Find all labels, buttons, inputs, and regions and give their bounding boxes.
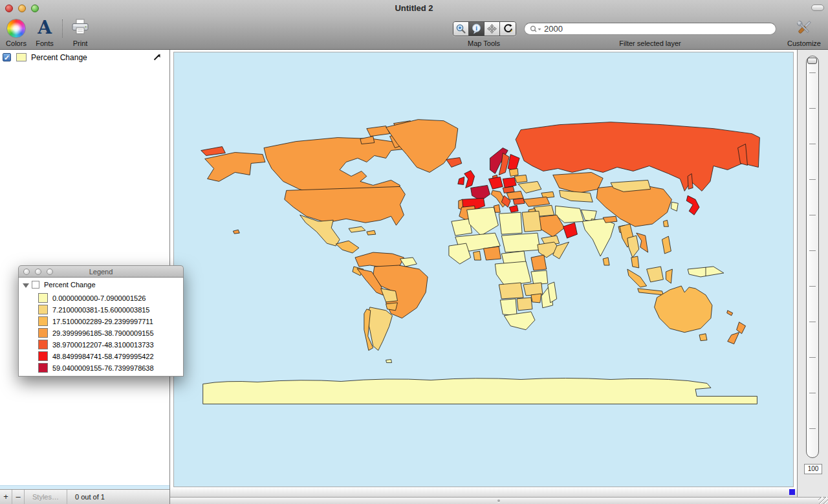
map-tools-segmented-control: i <box>453 21 516 36</box>
legend-titlebar[interactable]: Legend <box>18 265 184 278</box>
horizontal-scrollbar[interactable] <box>170 487 797 497</box>
countries[interactable] <box>201 120 760 404</box>
toolbar-separator <box>62 19 63 38</box>
layer-visibility-checkbox[interactable]: ✓ <box>3 53 11 61</box>
splitter-handle-dot[interactable] <box>497 499 500 502</box>
window-header: Untitled 2 Colors A Fonts Print <box>0 0 828 50</box>
search-icon[interactable] <box>530 25 543 34</box>
svg-text:i: i <box>475 25 477 32</box>
legend-range: 29.3999996185-38.7900009155 <box>52 329 154 337</box>
filter-label: Filter selected layer <box>585 39 715 47</box>
legend-swatch <box>38 363 48 373</box>
toolbar-toggle-pill[interactable] <box>811 5 824 11</box>
legend-range: 17.5100002289-29.2399997711 <box>52 318 153 325</box>
map-canvas[interactable] <box>173 52 794 487</box>
customize-tools-icon[interactable] <box>794 17 814 41</box>
scroll-corner-indicator <box>789 489 795 495</box>
legend-window[interactable]: Legend Percent Change 0.0000000000-7.090… <box>18 265 184 377</box>
legend-body: Percent Change 0.0000000000-7.0900001526… <box>18 278 184 377</box>
legend-layer-checkbox[interactable] <box>32 281 39 289</box>
zoom-slider[interactable] <box>806 56 819 458</box>
layer-row-percent-change[interactable]: ✓ Percent Change <box>0 52 169 65</box>
selection-status: 0 out of 1 <box>67 493 105 501</box>
legend-swatch <box>38 351 48 361</box>
zoom-percent-field[interactable]: 100 <box>804 464 822 474</box>
zoom-slider-thumb[interactable] <box>807 58 817 64</box>
disclosure-triangle-icon[interactable] <box>23 283 29 288</box>
zoom-to-layer-icon[interactable] <box>153 52 162 61</box>
colors-button-label[interactable]: Colors <box>0 39 32 47</box>
zoom-slider-panel: 100 <box>798 50 828 497</box>
fonts-button-label[interactable]: Fonts <box>28 39 61 47</box>
legend-swatch <box>38 340 48 349</box>
zoom-tool-button[interactable] <box>453 22 469 36</box>
add-layer-button[interactable]: + <box>0 490 12 504</box>
legend-layer-name: Percent Change <box>44 281 96 289</box>
window-resize-grip[interactable] <box>818 497 828 504</box>
legend-swatch <box>38 305 48 314</box>
map-tools-label: Map Tools <box>453 39 515 47</box>
bottom-strip <box>170 497 828 504</box>
map-pane <box>170 50 798 497</box>
legend-swatch <box>38 328 48 338</box>
legend-window-title: Legend <box>19 268 183 276</box>
app-window: Untitled 2 Colors A Fonts Print <box>0 0 828 504</box>
printer-icon[interactable] <box>71 19 90 39</box>
styles-button[interactable]: Styles… <box>25 490 67 504</box>
layer-color-swatch <box>16 53 27 61</box>
legend-range: 7.2100000381-15.6000003815 <box>52 306 149 314</box>
titlebar[interactable]: Untitled 2 <box>0 0 828 16</box>
sidebar-footer-bar: + – Styles… 0 out of 1 <box>0 489 169 504</box>
legend-range: 48.8499984741-58.4799995422 <box>52 353 154 360</box>
filter-input[interactable] <box>544 24 770 34</box>
info-tool-button[interactable]: i <box>469 22 485 36</box>
legend-swatch <box>38 293 48 303</box>
world-map[interactable] <box>174 52 793 487</box>
fonts-icon[interactable]: A <box>36 17 53 38</box>
rotate-tool-button[interactable] <box>500 22 516 36</box>
color-wheel-icon[interactable] <box>6 19 26 38</box>
legend-range: 38.9700012207-48.3100013733 <box>52 341 154 349</box>
remove-layer-button[interactable]: – <box>12 490 25 504</box>
window-title: Untitled 2 <box>0 3 828 13</box>
layer-name[interactable]: Percent Change <box>31 53 87 62</box>
customize-label[interactable]: Customize <box>783 39 825 47</box>
filter-field[interactable] <box>524 23 776 35</box>
pan-tool-button[interactable] <box>485 22 500 36</box>
print-button-label[interactable]: Print <box>63 39 97 47</box>
legend-swatch <box>38 316 48 326</box>
legend-range: 59.0400009155-76.7399978638 <box>52 364 154 372</box>
legend-range: 0.0000000000-7.0900001526 <box>52 294 146 302</box>
